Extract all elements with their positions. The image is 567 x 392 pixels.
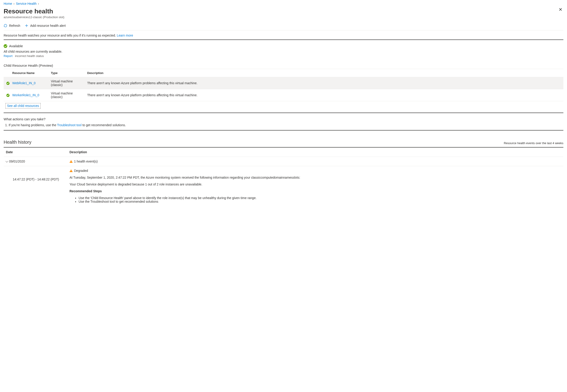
report-suffix: incorrect health status [15, 54, 44, 58]
history-row[interactable]: 09/01/2020 1 health event(s) [4, 157, 563, 166]
breadcrumb-service-health[interactable]: Service Health [16, 2, 37, 5]
child-resource-table: Resource Name Type Description WebRole1_… [4, 69, 563, 101]
step2-suffix: to get recommended solutions [115, 200, 158, 203]
history-table: Date Description 09/01/2020 1 health eve… [4, 147, 563, 166]
check-icon [6, 94, 10, 97]
event-step: Use the 'Child Resource Health' panel ab… [79, 196, 561, 200]
history-range: Resource health events over the last 4 w… [504, 141, 563, 145]
intro-text: Resource health watches your resource an… [4, 30, 563, 40]
available-icon [4, 44, 7, 48]
status-subtext: All child resources are currently availa… [4, 50, 563, 53]
intro-body: Resource health watches your resource an… [4, 34, 117, 37]
status-label: Available [9, 44, 23, 48]
action-suffix: to get recommended solutions. [82, 123, 126, 127]
page-subtitle: azurecloudservices12-classic (Production… [4, 15, 64, 19]
learn-more-link[interactable]: Learn more [117, 34, 133, 37]
resource-type: Virtual machine (classic) [48, 89, 85, 101]
warning-icon [70, 169, 73, 172]
chevron-right-icon: › [38, 2, 39, 5]
event-steps-title: Recommended Steps [70, 189, 102, 193]
resource-type: Virtual machine (classic) [48, 77, 85, 89]
col-description: Description [85, 69, 563, 77]
history-summary: 1 health event(s) [74, 160, 98, 163]
warning-icon [70, 160, 73, 163]
refresh-button[interactable]: Refresh [4, 23, 20, 28]
action-prefix: If you're having problems, use the [9, 123, 57, 127]
breadcrumb-home[interactable]: Home [4, 2, 12, 5]
chevron-right-icon: › [14, 2, 14, 5]
breadcrumb: Home › Service Health › [4, 0, 563, 6]
chevron-down-icon[interactable] [5, 160, 8, 162]
report-link[interactable]: Report [4, 54, 13, 58]
child-section-title: Child Resource Health (Preview) [4, 64, 563, 67]
col-type: Type [48, 69, 85, 77]
toolbar: Refresh Add resource health alert [4, 22, 563, 30]
event-time-range: 14:47:22 (PDT) - 14:48:22 (PDT) [4, 166, 67, 181]
report-text [14, 54, 15, 58]
col-hist-description: Description [67, 147, 563, 157]
event-steps-list: Use the 'Child Resource Health' panel ab… [70, 196, 561, 203]
troubleshoot-tool-link[interactable]: Troubleshoot tool [90, 200, 115, 203]
add-alert-button[interactable]: Add resource health alert [25, 23, 66, 28]
status-block: Available All child resources are curren… [4, 40, 563, 58]
actions-title: What actions can you take? [4, 117, 563, 121]
history-title: Health history [4, 140, 31, 145]
resource-link[interactable]: WebRole1_IN_0 [12, 81, 35, 85]
resource-link[interactable]: WorkerRole1_IN_0 [12, 93, 39, 97]
check-icon [6, 82, 10, 85]
close-icon: ✕ [559, 7, 563, 12]
event-line2: Your Cloud Service deployment is degrade… [70, 182, 561, 186]
table-row[interactable]: WorkerRole1_IN_0 Virtual machine (classi… [4, 89, 563, 101]
history-date: 09/01/2020 [9, 160, 25, 163]
plus-icon [25, 24, 28, 28]
resource-desc: There aren't any known Azure platform pr… [85, 77, 563, 89]
troubleshoot-tool-link[interactable]: Troubleshoot tool [57, 123, 82, 127]
page-title: Resource health [4, 8, 64, 15]
col-date: Date [4, 147, 67, 157]
resource-desc: There aren't any known Azure platform pr… [85, 89, 563, 101]
actions-list: If you're having problems, use the Troub… [4, 123, 563, 127]
refresh-label: Refresh [9, 24, 20, 28]
col-resource-name: Resource Name [10, 69, 48, 77]
action-item: If you're having problems, use the Troub… [9, 123, 563, 127]
step2-prefix: Use the [79, 200, 90, 203]
table-row[interactable]: WebRole1_IN_0 Virtual machine (classic) … [4, 77, 563, 89]
event-step: Use the Troubleshoot tool to get recomme… [79, 200, 561, 203]
event-line1: At Tuesday, September 1, 2020, 2:47:22 P… [70, 176, 561, 179]
see-all-child-resources-link[interactable]: See all child resources [5, 103, 41, 109]
event-status: Degraded [74, 169, 88, 172]
close-button[interactable]: ✕ [558, 6, 563, 13]
add-alert-label: Add resource health alert [30, 24, 66, 28]
history-event-detail: 14:47:22 (PDT) - 14:48:22 (PDT) Degraded… [4, 166, 563, 207]
refresh-icon [4, 24, 7, 28]
